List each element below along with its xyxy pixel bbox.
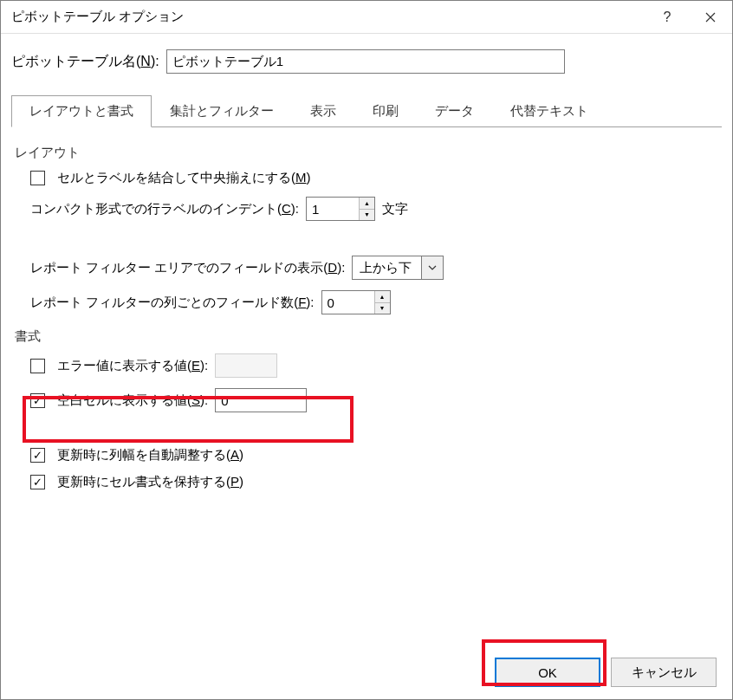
empty-value-row: 空白セルに表示する値(S): bbox=[30, 388, 718, 412]
error-value-checkbox[interactable] bbox=[30, 359, 45, 373]
label-part: ): bbox=[337, 260, 345, 275]
preserve-format-checkbox[interactable] bbox=[30, 475, 45, 489]
cancel-button[interactable]: キャンセル bbox=[611, 658, 717, 687]
label-part: レポート フィルターの列ごとのフィールド数( bbox=[30, 295, 298, 309]
error-value-row: エラー値に表示する値(E): bbox=[30, 353, 718, 378]
access-key: N bbox=[140, 54, 151, 68]
preserve-format-row: 更新時にセル書式を保持する(P) bbox=[30, 474, 718, 490]
close-icon bbox=[705, 12, 716, 23]
access-key: M bbox=[295, 170, 307, 185]
tabstrip: レイアウトと書式 集計とフィルター 表示 印刷 データ 代替テキスト bbox=[11, 94, 722, 127]
filter-cols-label: レポート フィルターの列ごとのフィールド数(F): bbox=[30, 295, 315, 311]
indent-label: コンパクト形式での行ラベルのインデント(C): bbox=[30, 201, 299, 217]
section-format: 書式 bbox=[15, 328, 718, 345]
empty-value-input[interactable] bbox=[215, 388, 307, 412]
empty-value-checkbox[interactable] bbox=[30, 393, 45, 408]
tab-totals-filters[interactable]: 集計とフィルター bbox=[152, 95, 292, 127]
dialog-footer: OK キャンセル bbox=[1, 649, 732, 699]
pivot-name-input[interactable] bbox=[166, 49, 565, 74]
titlebar: ピボットテーブル オプション ? bbox=[1, 1, 732, 34]
autofit-row: 更新時に列幅を自動調整する(A) bbox=[30, 447, 718, 463]
filter-display-input[interactable] bbox=[352, 256, 421, 280]
empty-value-label: 空白セルに表示する値(S): bbox=[57, 392, 208, 409]
label-part: ): bbox=[200, 358, 208, 373]
close-button[interactable] bbox=[689, 1, 732, 34]
filter-display-dropdown-button[interactable] bbox=[421, 256, 444, 280]
spinner-down-button[interactable]: ▼ bbox=[360, 210, 374, 221]
tab-display[interactable]: 表示 bbox=[292, 95, 354, 127]
tab-alt-text[interactable]: 代替テキスト bbox=[492, 95, 607, 127]
label-part: ) bbox=[239, 447, 243, 462]
access-key: P bbox=[230, 474, 239, 489]
tab-layout-format[interactable]: レイアウトと書式 bbox=[11, 95, 152, 127]
filter-display-row: レポート フィルター エリアでのフィールドの表示(D): bbox=[30, 256, 718, 280]
spinner-up-button[interactable]: ▲ bbox=[375, 291, 390, 303]
label-part: コンパクト形式での行ラベルのインデント( bbox=[30, 201, 282, 216]
label-part: ): bbox=[200, 392, 208, 407]
spinner-buttons: ▲ ▼ bbox=[359, 198, 374, 220]
label-part: 更新時にセル書式を保持する( bbox=[57, 474, 230, 489]
label-part: ) bbox=[307, 170, 311, 185]
pivot-name-label: ピボットテーブル名(N): bbox=[11, 53, 159, 71]
autofit-label: 更新時に列幅を自動調整する(A) bbox=[57, 447, 243, 463]
tab-data[interactable]: データ bbox=[417, 95, 492, 127]
indent-row: コンパクト形式での行ラベルのインデント(C): ▲ ▼ 文字 bbox=[30, 197, 718, 221]
merge-labels-row: セルとラベルを結合して中央揃えにする(M) bbox=[30, 170, 718, 186]
label-part: 更新時に列幅を自動調整する( bbox=[57, 447, 230, 462]
access-key: C bbox=[282, 201, 291, 216]
label-part: 空白セルに表示する値( bbox=[57, 392, 191, 407]
filter-display-label: レポート フィルター エリアでのフィールドの表示(D): bbox=[30, 260, 345, 276]
access-key: E bbox=[191, 358, 200, 373]
filter-cols-spinner: ▲ ▼ bbox=[321, 290, 391, 314]
preserve-format-label: 更新時にセル書式を保持する(P) bbox=[57, 474, 243, 490]
error-value-label: エラー値に表示する値(E): bbox=[57, 358, 208, 374]
merge-labels-checkbox[interactable] bbox=[30, 171, 45, 185]
spinner-down-button[interactable]: ▼ bbox=[375, 303, 390, 314]
autofit-checkbox[interactable] bbox=[30, 448, 45, 463]
merge-labels-label: セルとラベルを結合して中央揃えにする(M) bbox=[57, 170, 311, 186]
help-button[interactable]: ? bbox=[645, 1, 689, 34]
indent-spinner: ▲ ▼ bbox=[306, 197, 375, 221]
tab-print[interactable]: 印刷 bbox=[354, 95, 417, 127]
spinner-buttons: ▲ ▼ bbox=[374, 291, 390, 314]
dialog-title: ピボットテーブル オプション bbox=[11, 9, 645, 25]
filter-cols-input[interactable] bbox=[322, 291, 374, 314]
label-part: レポート フィルター エリアでのフィールドの表示( bbox=[30, 260, 328, 275]
chevron-down-icon bbox=[428, 265, 437, 270]
section-layout: レイアウト bbox=[15, 145, 718, 161]
access-key: F bbox=[298, 295, 306, 309]
access-key: A bbox=[230, 447, 239, 462]
filter-display-combo bbox=[352, 256, 444, 280]
ok-button[interactable]: OK bbox=[495, 658, 600, 687]
access-key: S bbox=[191, 392, 200, 407]
label-part: ): bbox=[306, 295, 314, 309]
dialog-content: ピボットテーブル名(N): レイアウトと書式 集計とフィルター 表示 印刷 デー… bbox=[1, 34, 732, 649]
indent-suffix: 文字 bbox=[382, 201, 408, 217]
tab-panel-layout: レイアウト セルとラベルを結合して中央揃えにする(M) コンパクト形式での行ラベ… bbox=[11, 127, 722, 504]
label-part: ): bbox=[291, 201, 299, 216]
access-key: D bbox=[328, 260, 337, 275]
label-part: ピボットテーブル名( bbox=[11, 54, 140, 68]
label-part: ) bbox=[239, 474, 243, 489]
indent-input[interactable] bbox=[307, 198, 359, 220]
filter-cols-row: レポート フィルターの列ごとのフィールド数(F): ▲ ▼ bbox=[30, 290, 718, 314]
pivot-options-dialog: ピボットテーブル オプション ? ピボットテーブル名(N): レイアウトと書式 … bbox=[0, 0, 733, 700]
pivot-name-row: ピボットテーブル名(N): bbox=[11, 49, 722, 74]
error-value-input bbox=[215, 353, 277, 378]
label-part: ): bbox=[151, 54, 159, 68]
spinner-up-button[interactable]: ▲ bbox=[360, 198, 374, 210]
label-part: エラー値に表示する値( bbox=[57, 358, 191, 373]
label-part: セルとラベルを結合して中央揃えにする( bbox=[57, 170, 295, 185]
